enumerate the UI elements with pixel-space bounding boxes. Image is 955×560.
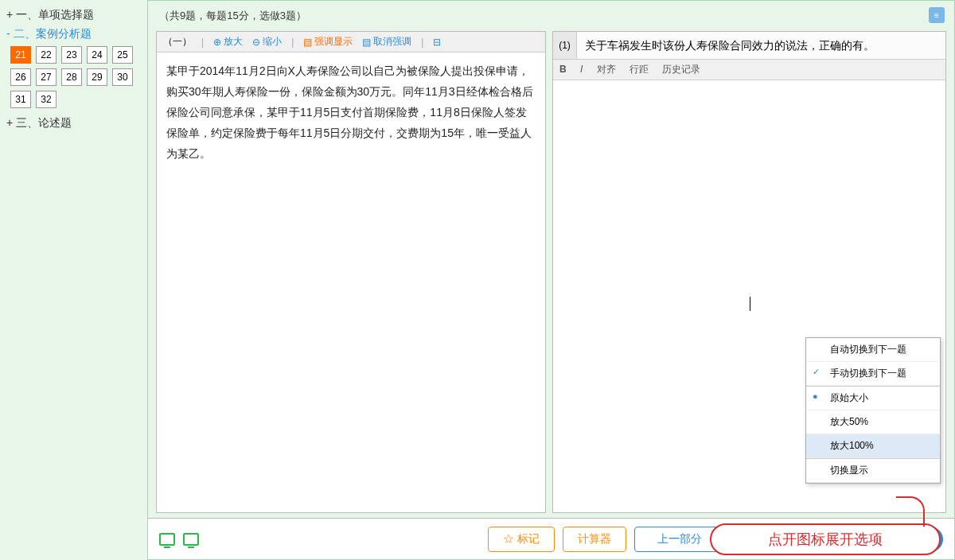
question-box-22[interactable]: 22: [36, 46, 57, 64]
popup-item[interactable]: ●原始大小: [806, 386, 940, 410]
network-icons: [159, 533, 199, 546]
sub-question-text: 关于车祸发生时该份人寿保险合同效力的说法，正确的有。: [577, 32, 945, 59]
question-box-24[interactable]: 24: [87, 46, 107, 64]
popup-item[interactable]: 切换显示: [806, 458, 940, 483]
collapse-button[interactable]: ≡: [929, 7, 945, 23]
line-button[interactable]: 行距: [630, 64, 649, 75]
question-box-21[interactable]: 21: [10, 46, 31, 64]
settings-popup: 自动切换到下一题✓手动切换到下一题●原始大小放大50%放大100%切换显示: [805, 337, 941, 484]
question-box-26[interactable]: 26: [10, 68, 31, 86]
passage-toolbar: （一） | ⊕放大 ⊖缩小 | ▤ 强调显示 ▤ 取消强调 | ⊟: [157, 32, 545, 52]
align-button[interactable]: 对齐: [597, 64, 616, 75]
unhighlight-button[interactable]: ▤ 取消强调: [362, 35, 411, 49]
info-text: （共9题，每题15分，选做3题）: [159, 10, 306, 21]
zoom-in-button[interactable]: ⊕放大: [213, 35, 243, 49]
question-box-27[interactable]: 27: [36, 68, 57, 86]
question-box-28[interactable]: 28: [61, 68, 82, 86]
question-box-30[interactable]: 30: [112, 68, 133, 86]
popup-item[interactable]: 放大100%: [806, 434, 940, 458]
text-cursor: [750, 297, 750, 311]
passage-pane: （一） | ⊕放大 ⊖缩小 | ▤ 强调显示 ▤ 取消强调 | ⊟ 某甲于201…: [156, 31, 546, 513]
question-box-32[interactable]: 32: [36, 91, 57, 108]
question-grid: 212223242526272829303132: [10, 46, 141, 108]
passage-text: 某甲于2014年11月2日向X人寿保险公司以自己为被保险人提出投保申请，购买30…: [157, 52, 545, 512]
history-button[interactable]: 历史记录: [662, 64, 700, 75]
popup-item[interactable]: 放大50%: [806, 410, 940, 434]
sidebar: + 一、单项选择题 - 二、案例分析题 21222324252627282930…: [0, 0, 147, 560]
question-box-25[interactable]: 25: [112, 46, 133, 64]
section-label: （一）: [163, 35, 192, 49]
monitor-icon: [183, 533, 199, 546]
question-box-29[interactable]: 29: [87, 68, 107, 86]
section-essay[interactable]: + 三、论述题: [6, 116, 141, 130]
popup-item[interactable]: 自动切换到下一题: [806, 338, 940, 362]
question-box-23[interactable]: 23: [61, 46, 82, 64]
bold-button[interactable]: B: [559, 64, 567, 75]
calculator-button[interactable]: 计算器: [563, 527, 626, 552]
split-button[interactable]: ⊟: [433, 37, 441, 48]
popup-item[interactable]: ✓手动切换到下一题: [806, 362, 940, 386]
callout-annotation: 点开图标展开选项: [710, 523, 941, 555]
mark-button[interactable]: ☆ 标记: [488, 527, 555, 552]
highlight-button[interactable]: ▤ 强调显示: [303, 35, 353, 49]
editor-toolbar: B I 对齐 行距 历史记录: [553, 60, 945, 80]
italic-button[interactable]: I: [580, 64, 583, 75]
question-box-31[interactable]: 31: [10, 91, 31, 108]
info-bar: （共9题，每题15分，选做3题） ≡: [148, 1, 954, 31]
zoom-out-button[interactable]: ⊖缩小: [252, 35, 282, 49]
section-single-choice[interactable]: + 一、单项选择题: [6, 8, 141, 22]
monitor-icon: [159, 533, 175, 546]
section-case-analysis[interactable]: - 二、案例分析题: [6, 27, 141, 41]
sub-question-number: (1): [553, 32, 577, 59]
